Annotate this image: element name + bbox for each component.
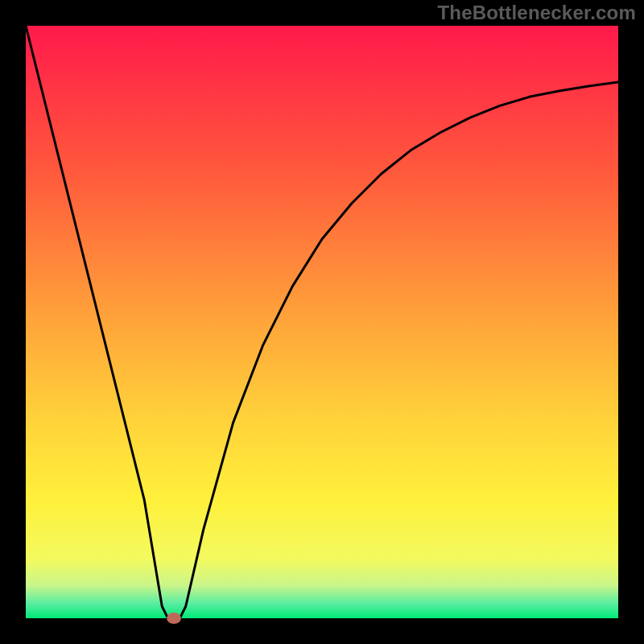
chart-container: { "watermark": "TheBottlenecker.com", "c… xyxy=(0,0,644,644)
optimal-point-marker xyxy=(167,613,181,624)
plot-area xyxy=(26,26,618,618)
bottleneck-chart xyxy=(0,0,644,644)
watermark-text: TheBottlenecker.com xyxy=(437,2,636,24)
